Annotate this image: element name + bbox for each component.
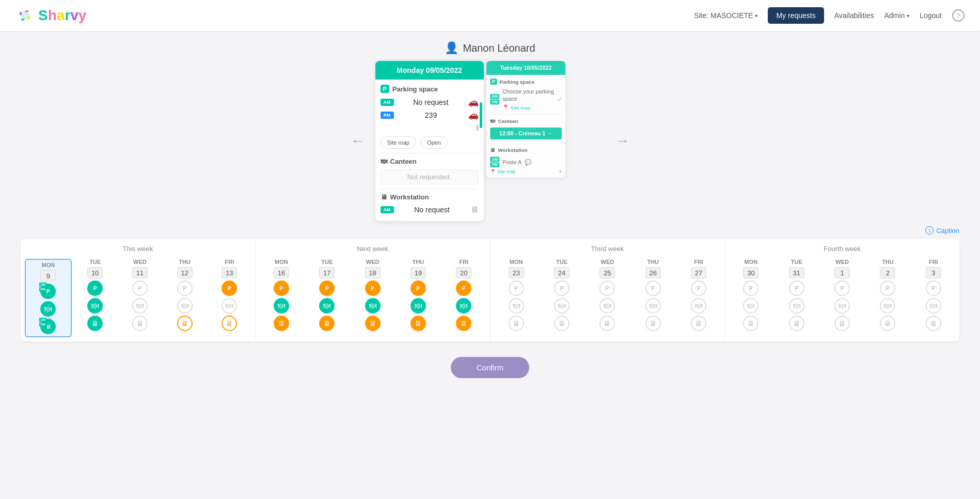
day-col-mon16[interactable]: MON 16 P 🍽 🖥: [260, 259, 303, 331]
parking-actions: Site map Open: [381, 136, 479, 149]
sec-workstation-icon: 🖥: [490, 148, 495, 153]
day-col-wed11[interactable]: WED 11 P 🍽 🖥: [119, 259, 162, 337]
cal-canteen-icon: 🍽: [365, 298, 381, 314]
cal-parking-icon: P: [645, 280, 661, 296]
cal-parking-icon: P: [222, 280, 237, 296]
week-third: Third week MON 23 P 🍽 🖥 TUE 24 P 🍽: [491, 239, 725, 341]
admin-label: Admin: [884, 11, 905, 20]
day-label: WED: [133, 259, 147, 265]
day-col-thu26[interactable]: THU 26 P 🍽 🖥: [631, 259, 675, 331]
cal-canteen-icon: 🍽: [691, 298, 706, 314]
cal-canteen-icon: 🍽: [319, 298, 335, 314]
cal-canteen-icon: 🍽: [880, 298, 895, 314]
next-arrow[interactable]: →: [610, 128, 635, 154]
car2-icon: 🚗: [468, 110, 479, 120]
cal-ws-icon: 🖥: [926, 316, 941, 331]
day-col-thu19[interactable]: THU 19 P 🍽 🖥: [397, 259, 440, 331]
day-col-thu12[interactable]: THU 12 P 🍽 🖥: [163, 259, 206, 337]
nav-area: Site: MASOCIETE ▾ My requests Availabili…: [694, 7, 965, 24]
day-col-mon9[interactable]: MON 9 P AMPM 🍽 🖥: [25, 259, 72, 337]
day-col-tue17[interactable]: TUE 17 P 🍽 🖥: [305, 259, 349, 331]
day-col-tue24[interactable]: TUE 24 P 🍽 🖥: [540, 259, 583, 331]
header: Sharvy Site: MASOCIETE ▾ My requests Ava…: [0, 0, 980, 31]
day-col-mon30[interactable]: MON 30 P 🍽 🖥: [729, 259, 772, 331]
sec-dropdown-icon: ▾: [559, 169, 562, 174]
confirm-button[interactable]: Confirm: [451, 357, 530, 378]
cal-canteen-icon: 🍽: [743, 298, 758, 314]
my-requests-button[interactable]: My requests: [768, 7, 824, 24]
ampm-badge2: AMPM: [39, 318, 46, 326]
day-col-wed25[interactable]: WED 25 P 🍽 🖥: [586, 259, 629, 331]
sec-canteen-icon: 🍽: [490, 118, 495, 124]
cal-parking-icon: P: [177, 280, 193, 296]
logo-text: Sharvy: [38, 7, 86, 24]
week-next-title: Next week: [260, 245, 486, 253]
workstation-icon: 🖥: [381, 193, 387, 201]
day-col-tue31[interactable]: TUE 31 P 🍽 🖥: [775, 259, 818, 331]
sec-canteen-slot[interactable]: 12:00 - Créneau 1 →: [490, 128, 562, 139]
cal-parking-icon: P: [880, 280, 895, 296]
cal-ws-icon: 🖥: [880, 316, 895, 331]
day-col-wed1[interactable]: WED 1 P 🍽 🖥: [820, 259, 864, 331]
ampm-badge: AMPM: [39, 283, 46, 291]
ws-am-row: AM No request 🖥: [381, 205, 479, 214]
day-col-fri20[interactable]: FRI 20 P 🍽 🖥: [442, 259, 485, 331]
confirm-section: Confirm: [21, 357, 959, 394]
day-col-tue10[interactable]: TUE 10 P 🍽 🖥: [74, 259, 117, 337]
cal-ws-icon: 🖥: [365, 316, 381, 331]
info-icon[interactable]: ℹ: [476, 123, 479, 132]
pm-badge: PM: [381, 112, 394, 119]
day-col-fri27[interactable]: FRI 27 P 🍽 🖥: [677, 259, 720, 331]
day-col-fri13[interactable]: FRI 13 P 🍽 🖥: [208, 259, 251, 337]
site-map-button[interactable]: Site map: [381, 136, 416, 149]
help-icon[interactable]: ?: [952, 9, 965, 22]
day-num: 9: [40, 270, 56, 282]
day-col-mon23[interactable]: MON 23 P 🍽 🖥: [495, 259, 538, 331]
day-col-fri3[interactable]: FRI 3 P 🍽 🖥: [912, 259, 955, 331]
cal-ws-icon: 🖥: [222, 316, 237, 331]
cal-ws-icon: 🖥: [177, 316, 193, 331]
admin-dropdown[interactable]: Admin ▾: [884, 11, 909, 20]
site-dropdown[interactable]: Site: MASOCIETE ▾: [694, 11, 757, 20]
cal-ws-icon: 🖥: [554, 316, 570, 331]
day-label: TUE: [89, 259, 101, 265]
sec-poste-row: AMPM Poste A 💬: [490, 157, 562, 168]
day-col-thu2[interactable]: THU 2 P 🍽 🖥: [866, 259, 909, 331]
day-col-wed18[interactable]: WED 18 P 🍽 🖥: [351, 259, 394, 331]
secondary-card-body: P Parking space AMPM Choose your parking…: [486, 75, 565, 178]
day-num: 13: [222, 267, 237, 278]
canteen-section-title: 🍽 Canteen: [381, 158, 479, 165]
cal-parking-icon: P: [834, 280, 850, 296]
cal-ws-icon: 🖥 AMPM: [40, 319, 56, 334]
cal-canteen-icon: 🍽: [177, 298, 193, 314]
parking-pm-value: 239: [397, 111, 465, 119]
sec-site-map2[interactable]: 📍Site map ▾: [490, 169, 562, 174]
cal-parking-icon: P: [509, 280, 524, 296]
week-this-days: MON 9 P AMPM 🍽 🖥: [25, 259, 251, 337]
logout-link[interactable]: Logout: [920, 11, 942, 20]
cal-ws-icon: 🖥: [456, 316, 471, 331]
weeks-container: This week MON 9 P AMPM: [21, 239, 959, 341]
sec-choose-parking: Choose your parking space 📍Site map: [502, 88, 554, 110]
cal-parking-icon: P: [691, 280, 706, 296]
cal-parking-icon: P: [926, 280, 941, 296]
site-label: Site: MASOCIETE: [694, 11, 753, 20]
sec-site-map[interactable]: 📍Site map: [502, 104, 554, 111]
cal-parking-icon: P: [132, 280, 148, 296]
week-fourth-title: Fourth week: [729, 245, 955, 253]
day-label: MON: [42, 262, 55, 268]
availabilities-link[interactable]: Availabilities: [834, 11, 874, 20]
open-button[interactable]: Open: [420, 136, 448, 149]
cal-parking-icon: P: [599, 280, 615, 296]
canteen-icon: 🍽: [381, 158, 387, 165]
caption-link[interactable]: i Caption: [925, 226, 959, 235]
cal-parking-icon: P: [743, 280, 758, 296]
cal-canteen-icon: 🍽: [132, 298, 148, 314]
cal-canteen-icon: 🍽: [926, 298, 941, 314]
main-card-date: Monday 09/05/2022: [375, 61, 484, 80]
parking-am-value: No request: [397, 98, 465, 106]
prev-arrow[interactable]: ←: [345, 128, 370, 154]
cal-ws-icon: 🖥: [599, 316, 615, 331]
cal-parking-icon: P: [410, 280, 426, 296]
cards-area: ← Monday 09/05/2022 P Parking space AM N…: [21, 61, 959, 221]
